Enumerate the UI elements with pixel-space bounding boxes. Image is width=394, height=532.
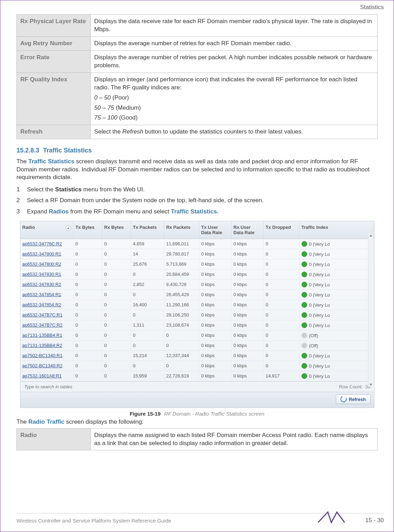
step-bold: Radios [49,208,69,215]
cell: 0 kbps [199,320,231,330]
radio-link[interactable]: ap7502-BC1340:R2 [20,361,74,371]
radio-link[interactable]: ap6532-34776C:R2 [20,239,74,249]
bold-text: Radio Traffic [28,418,64,425]
radio-link[interactable]: ap6532-347854:R1 [20,290,74,300]
radio-link[interactable]: ap6532-347830:R2 [20,280,74,289]
cell: 0 [74,280,102,289]
cell: 0 [264,330,299,340]
col-header[interactable]: Rx Packets [164,221,199,239]
cell: 0 kbps [231,341,264,350]
step-text: Expand [27,208,49,215]
intro-paragraph: The Traffic Statistics screen displays t… [16,158,378,181]
col-header[interactable]: Tx Bytes [74,221,102,239]
section-heading: 15.2.8.3 Traffic Statistics [16,147,378,154]
ti-text: (Off) [309,333,318,338]
qi-label: (Poor) [111,94,129,101]
status-dot-icon [302,292,307,298]
ti-text: 0 (Very Lo [309,262,330,267]
table-row: Rx Physical Layer Rate Displays the data… [17,15,378,37]
step-bold: Statistics [55,186,82,193]
cell: 0 [74,341,102,350]
radio-link[interactable]: ap6532-347B7C:R1 [20,310,74,320]
section-header: Statistics [360,4,384,11]
table-row: ap6532-347800:R20025,6765,713,8690 kbps0… [20,259,374,270]
sort-asc-icon[interactable] [65,225,71,231]
step-text: menu from the Web UI. [82,186,145,193]
cell: 0 [102,300,131,310]
table-row: ap6532-347B7C:R100028,106,2500 kbps0 kbp… [20,310,374,320]
col-header[interactable]: Rx User Data Rate [231,221,264,239]
figure-caption: Figure 15-19 RF Domain - Radio Traffic S… [16,411,378,417]
ti-text: 0 (Very Lo [309,272,330,277]
cell: 0 [102,320,131,330]
status-dot-icon [302,282,307,287]
cell: 11,696,011 [164,239,199,249]
col-radio-header[interactable]: Radio [20,221,74,239]
cell: 0 kbps [199,351,231,361]
cell: 0 kbps [231,300,264,310]
step-item: 2 Select a RF Domain from under the Syst… [16,196,378,205]
col-header[interactable]: Rx Bytes [102,221,131,239]
traffic-index-cell: 0 (Very Lo [299,351,374,361]
ti-text: 0 (Very Lo [309,252,330,257]
cell: 14,917 [264,371,299,381]
cell: 0 kbps [199,310,231,320]
traffic-index-cell: 0 (Very Lo [299,371,374,381]
status-dot-icon [302,322,307,328]
cell: 12,337,344 [164,351,199,361]
scrollbar[interactable] [368,234,373,387]
section-title: Traffic Statistics [43,147,92,154]
cell: 0 [264,310,299,320]
cell: 0 [164,341,199,350]
refresh-button[interactable]: Refresh [336,394,370,404]
cell: 0 [164,361,199,371]
brand-logo-icon [317,510,345,525]
text: screen displays the following: [64,418,144,425]
radio-link[interactable]: ap6532-347854:R2 [20,300,74,310]
step-number: 3 [16,207,22,216]
radio-link[interactable]: ap6532-347800:R2 [20,259,74,269]
cell: 0 [264,270,299,279]
qi-label: (Good) [117,114,138,121]
cell: 0 [131,341,164,350]
table-row: ap7131-135BB4:R100000 kbps0 kbps0(Off) [20,330,374,341]
cell: 0 [264,290,299,300]
radio-link[interactable]: ap7131-135BB4:R2 [20,341,74,350]
status-dot-icon [302,333,307,338]
intro-text: The [16,158,28,165]
status-dot-icon [302,312,307,318]
cell: 14 [131,249,164,259]
cell: 0 kbps [231,361,264,371]
step-text: from the RF Domain menu and select [69,208,171,215]
field-label: Refresh [17,125,91,139]
radio-link[interactable]: ap6532-347800:R1 [20,249,74,259]
col-header[interactable]: Tx Packets [131,221,164,239]
radio-link[interactable]: ap7502-BC1340:R1 [20,351,74,361]
cell: 0 kbps [199,249,231,259]
cell: 0 [74,259,102,269]
refresh-label: Refresh [349,397,366,402]
radio-link[interactable]: ap6532-347830:R1 [20,270,74,279]
col-header[interactable]: Tx User Data Rate [199,221,231,239]
field-desc: Displays the name assigned to each liste… [91,428,378,450]
radio-link[interactable]: ap6532-347B7C:R2 [20,320,74,330]
col-header[interactable]: Tx Dropped [264,221,299,239]
cell: 0 [74,330,102,340]
search-input[interactable] [24,384,116,390]
field-desc: Select the Refresh button to update the … [91,125,378,139]
cell: 0 kbps [231,371,264,381]
cell: 0 [102,351,131,361]
cell: 0 kbps [231,239,264,249]
cell: 4,659 [131,239,164,249]
cell: 0 [131,290,164,300]
radio-link[interactable]: ap7131-135BB4:R1 [20,330,74,340]
table-row: Avg Retry Number Displays the average nu… [17,36,378,50]
col-header[interactable]: Traffic Index [299,221,374,239]
desc-em: Refresh [122,128,143,135]
radio-link[interactable]: ap7532-1601A8:R1 [20,371,74,381]
traffic-index-cell: 0 (Very Lo [299,280,374,289]
qi-range: 50 – 75 [94,104,114,111]
ti-text: 0 (Very Lo [309,313,330,318]
cell: 23,108,674 [164,320,199,330]
cell: 0 kbps [199,270,231,279]
